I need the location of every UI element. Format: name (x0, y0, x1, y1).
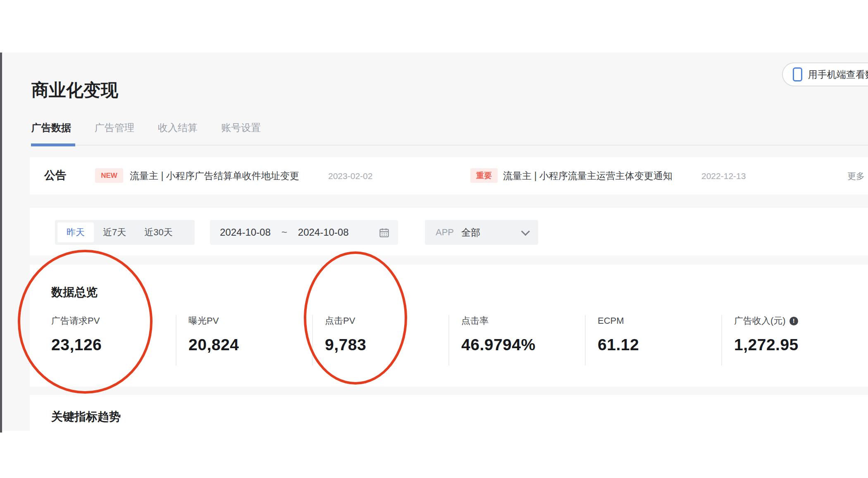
date-range-picker[interactable]: 2024-10-08 ~ 2024-10-08 (210, 220, 398, 245)
app-filter-label: APP (436, 227, 454, 238)
tab-revenue-settlement[interactable]: 收入结算 (158, 121, 198, 134)
metric-value: 46.9794% (461, 336, 585, 354)
range-yesterday[interactable]: 昨天 (57, 222, 94, 242)
metric-label: 曝光PV (188, 315, 312, 327)
range-last-30-days[interactable]: 近30天 (135, 222, 181, 242)
tab-ad-management[interactable]: 广告管理 (95, 121, 134, 134)
metric-value: 9,783 (325, 336, 448, 354)
filter-bar: 昨天 近7天 近30天 2024-10-08 ~ 2024-10-08 (30, 208, 868, 256)
announcement-link-2[interactable]: 流量主 | 小程序流量主运营主体变更通知 (503, 169, 672, 183)
range-last-7-days[interactable]: 近7天 (94, 222, 135, 242)
metric-value: 61.12 (598, 336, 721, 354)
metric-ecpm: ECPM 61.12 (585, 315, 721, 366)
metric-ad-request-pv: 广告请求PV 23,126 (30, 315, 176, 366)
metric-label-text: 广告收入(元) (734, 315, 786, 327)
app-filter-value: 全部 (461, 226, 480, 239)
left-edge-strip (0, 53, 2, 433)
info-icon[interactable]: ! (789, 317, 798, 325)
tab-account-settings[interactable]: 账号设置 (221, 121, 261, 134)
metric-value: 20,824 (188, 336, 312, 354)
view-on-mobile-button[interactable]: 用手机端查看数据 (782, 62, 868, 86)
announcement-badge-important: 重要 (470, 168, 498, 183)
metric-value: 1,272.95 (734, 336, 858, 354)
view-on-mobile-label: 用手机端查看数据 (808, 68, 868, 81)
metric-label: 广告请求PV (51, 315, 176, 327)
calendar-icon[interactable] (379, 227, 390, 238)
key-trends-title: 关键指标趋势 (51, 409, 121, 425)
phone-icon (793, 67, 802, 81)
page-title: 商业化变现 (31, 79, 118, 102)
metric-ad-revenue: 广告收入(元) ! 1,272.95 (721, 315, 858, 366)
chevron-down-icon (521, 227, 530, 236)
tab-divider-line (31, 145, 868, 146)
metric-click-pv: 点击PV 9,783 (312, 315, 448, 366)
announcement-link-1[interactable]: 流量主 | 小程序广告结算单收件地址变更 (130, 169, 299, 183)
date-end-value: 2024-10-08 (298, 227, 349, 238)
metric-label: 点击率 (461, 315, 585, 327)
app-filter-select[interactable]: APP 全部 (425, 220, 538, 245)
metric-label: 点击PV (325, 315, 448, 327)
metrics-row: 广告请求PV 23,126 曝光PV 20,824 点击PV 9,783 点击率… (30, 315, 858, 366)
announcement-badge-new: NEW (95, 168, 123, 183)
tab-ad-data[interactable]: 广告数据 (31, 121, 71, 134)
metric-impression-pv: 曝光PV 20,824 (176, 315, 312, 366)
metric-value: 23,126 (51, 336, 176, 354)
data-overview-title: 数据总览 (51, 284, 98, 300)
key-trends-card: 关键指标趋势 (30, 395, 868, 431)
date-start-value: 2024-10-08 (220, 227, 271, 238)
data-overview-card: 数据总览 广告请求PV 23,126 曝光PV 20,824 点击PV 9,78… (30, 265, 868, 387)
announcement-date-1: 2023-02-02 (328, 170, 372, 182)
announcement-heading: 公告 (44, 168, 67, 183)
metric-label: ECPM (598, 315, 721, 327)
date-quick-range-control: 昨天 近7天 近30天 (55, 220, 195, 245)
date-range-separator: ~ (281, 227, 287, 238)
metric-click-rate: 点击率 46.9794% (448, 315, 585, 366)
active-tab-indicator (31, 143, 75, 146)
announcement-more-link[interactable]: 更多 (847, 170, 865, 182)
page: 商业化变现 用手机端查看数据 广告数据 广告管理 收入结算 账号设置 公告 NE… (0, 0, 868, 478)
metric-label: 广告收入(元) ! (734, 315, 858, 327)
announcement-date-2: 2022-12-13 (701, 170, 746, 182)
tab-bar: 广告数据 广告管理 收入结算 账号设置 (31, 121, 261, 134)
announcement-bar: 公告 NEW 流量主 | 小程序广告结算单收件地址变更 2023-02-02 重… (30, 157, 868, 194)
